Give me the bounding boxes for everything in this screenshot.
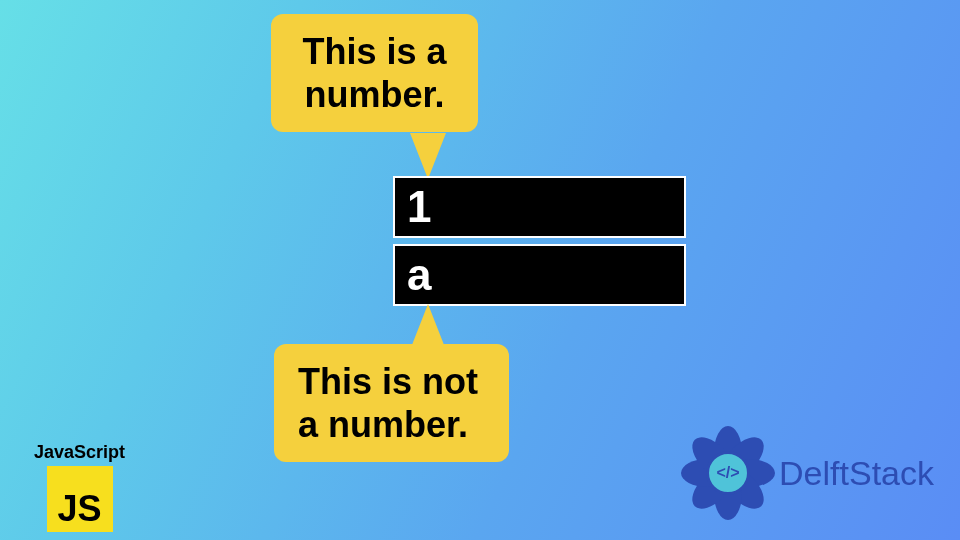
bubble-tail-down [410,133,446,179]
javascript-badge: JavaScript JS [34,442,125,532]
input-box-letter: a [393,244,686,306]
javascript-label: JavaScript [34,442,125,463]
javascript-icon: JS [47,466,113,532]
input-box-number: 1 [393,176,686,238]
delftstack-emblem: </> [683,428,773,518]
delftstack-logo: </> DelftStack [683,428,934,518]
delftstack-text: DelftStack [779,454,934,493]
speech-bubble-bottom: This is not a number. [274,344,509,462]
code-icon: </> [706,451,750,495]
speech-bubble-top: This is a number. [271,14,478,132]
